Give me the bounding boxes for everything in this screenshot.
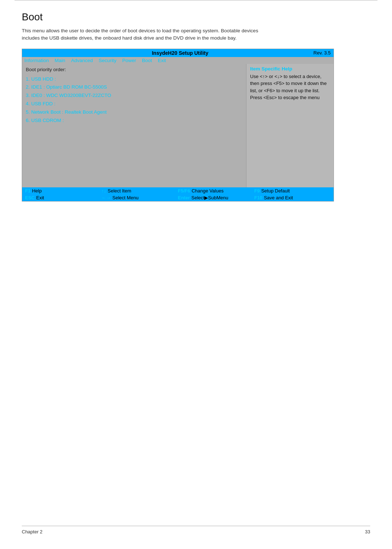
footer-row-1: F1 Help ↑↓ Select Item F5/F6 Change Valu… (22, 187, 334, 194)
footer-esc: ESC Exit (25, 195, 102, 200)
bios-footer: F1 Help ↑↓ Select Item F5/F6 Change Valu… (22, 187, 334, 201)
boot-item-1[interactable]: 1. USB HDD : (26, 75, 242, 84)
footer-desc-change: Change Values (192, 188, 224, 194)
footer-desc-select-menu: Select Menu (113, 195, 139, 200)
nav-advanced[interactable]: Advanced (71, 58, 93, 63)
footer-setup-default: F9 Setup Default (254, 188, 331, 194)
nav-boot[interactable]: Boot (142, 58, 152, 63)
footer-desc-help: Help (32, 188, 42, 194)
footer-key-f1: F1 (25, 188, 30, 194)
bios-nav: Information Main Advanced Security Power… (22, 57, 334, 64)
footer-select-item: ↑↓ Select Item (102, 188, 178, 194)
bios-box: InsydeH20 Setup Utility Rev. 3.5 Informa… (22, 49, 334, 202)
footer-key-f5f6: F5/F6 (178, 188, 190, 194)
page-footer: Chapter 2 33 (22, 526, 370, 534)
bios-right-panel: Item Specific Help Use <↑> or <↓> to sel… (246, 64, 334, 187)
footer-row-2: ESC Exit ←→ Select Menu Enter Select▶Sub… (22, 194, 334, 201)
boot-item-5[interactable]: 5. Network Boot : Realtek Boot Agent (26, 108, 242, 117)
bios-main-area: Boot priority order: 1. USB HDD : 2. IDE… (22, 64, 334, 187)
footer-key-esc: ESC (25, 195, 35, 200)
help-title: Item Specific Help (250, 66, 330, 72)
footer-key-f9: F9 (254, 188, 260, 194)
footer-key-arrows: ↑↓ (102, 188, 106, 194)
nav-exit[interactable]: Exit (158, 58, 166, 63)
page-description: This menu allows the user to decide the … (22, 27, 269, 42)
chapter-label: Chapter 2 (22, 529, 42, 534)
page-content: Boot This menu allows the user to decide… (0, 0, 392, 202)
bios-header-title: InsydeH20 Setup Utility (47, 50, 314, 56)
footer-desc-select-item: Select Item (108, 188, 131, 194)
nav-power[interactable]: Power (122, 58, 136, 63)
footer-desc-setup: Setup Default (261, 188, 290, 194)
bios-header: InsydeH20 Setup Utility Rev. 3.5 (22, 49, 334, 57)
boot-item-4[interactable]: 4. USB FDD : (26, 100, 242, 108)
footer-select-menu: ←→ Select Menu (102, 195, 178, 200)
boot-item-6[interactable]: 6. USB CDROM : (26, 117, 242, 125)
footer-save-exit: F10 Save and Exit (254, 195, 331, 200)
bios-header-rev: Rev. 3.5 (314, 50, 331, 56)
footer-desc-exit: Exit (36, 195, 44, 200)
footer-desc-save: Save and Exit (264, 195, 293, 200)
footer-change-values: F5/F6 Change Values (178, 188, 254, 194)
bios-left-panel: Boot priority order: 1. USB HDD : 2. IDE… (22, 64, 246, 187)
page-number: 33 (365, 529, 370, 534)
footer-key-lr: ←→ (102, 195, 111, 200)
footer-f1: F1 Help (25, 188, 102, 194)
nav-main[interactable]: Main (55, 58, 65, 63)
footer-key-enter: Enter (178, 195, 190, 200)
boot-item-2[interactable]: 2. IDE1 : Optiarc BD ROM BC-5500S (26, 83, 242, 92)
footer-key-f10: F10 (254, 195, 262, 200)
nav-security[interactable]: Security (99, 58, 117, 63)
page-title: Boot (22, 11, 370, 23)
help-text: Use <↑> or <↓> to select a device, then … (250, 73, 330, 101)
boot-priority-label: Boot priority order: (26, 67, 242, 72)
boot-item-3[interactable]: 3. IDE0 : WDC WD3200BEVT-22ZCTO (26, 92, 242, 100)
footer-desc-submenu: Select▶SubMenu (191, 195, 228, 200)
nav-information[interactable]: Information (24, 58, 49, 63)
footer-submenu: Enter Select▶SubMenu (178, 195, 254, 200)
